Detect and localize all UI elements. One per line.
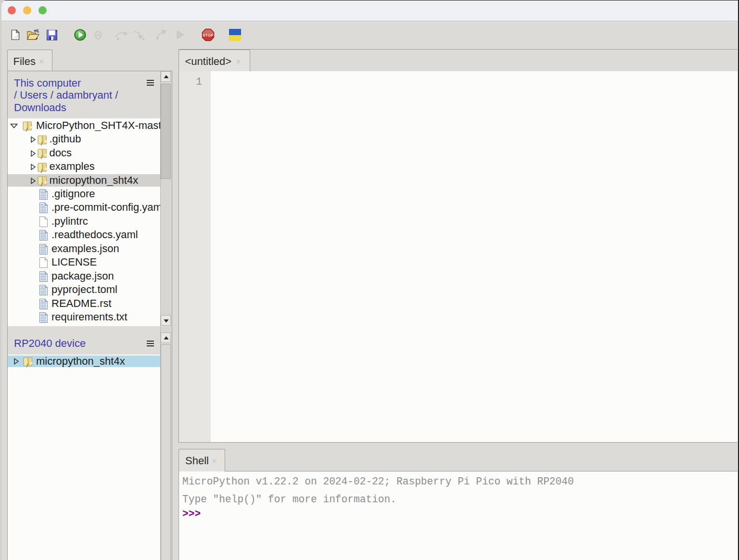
svg-text:STOP: STOP [203,33,214,38]
